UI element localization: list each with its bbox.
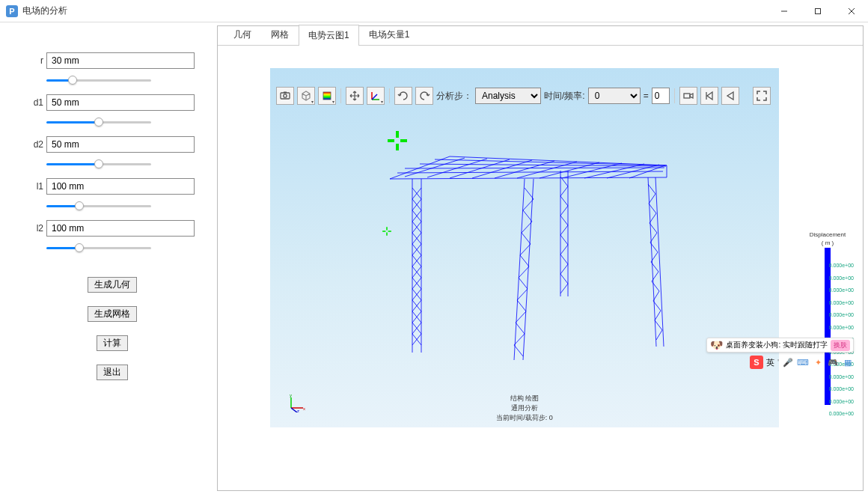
compute-button[interactable]: 计算 <box>97 335 128 351</box>
svg-line-29 <box>514 179 525 360</box>
play-back-icon[interactable] <box>721 87 739 105</box>
skip-start-icon[interactable] <box>700 87 718 105</box>
legend-tick: 0.000e+00 <box>829 284 854 297</box>
window-maximize-button[interactable] <box>801 0 834 22</box>
equals-label: = <box>644 91 649 101</box>
time-freq-select[interactable]: 0 <box>588 88 641 104</box>
pan-icon[interactable] <box>346 87 364 105</box>
svg-line-10 <box>372 94 377 100</box>
generate-mesh-button[interactable]: 生成网格 <box>88 306 137 322</box>
tab-1[interactable]: 网格 <box>261 24 299 45</box>
target-cross-small-icon <box>381 225 393 237</box>
param-label: d2 <box>30 139 46 150</box>
ime-toolbar[interactable]: S 英 ' 🎤 ⌨ ✦ 🎮 ▦ <box>750 354 854 370</box>
param-input-d2[interactable] <box>46 136 195 153</box>
tab-2[interactable]: 电势云图1 <box>299 25 359 46</box>
ime-banner-badge[interactable]: 换肤 <box>831 340 850 351</box>
svg-line-18 <box>540 162 599 178</box>
record-icon[interactable] <box>679 87 697 105</box>
title-bar: P 电场的分析 <box>0 0 868 22</box>
tab-0[interactable]: 几何 <box>224 24 261 45</box>
param-row-r: r <box>30 52 195 69</box>
svg-text:y: y <box>290 393 292 397</box>
svg-rect-1 <box>815 8 820 13</box>
app-icon: P <box>6 5 18 17</box>
svg-point-5 <box>284 94 287 97</box>
parameter-panel: r d1 d2 l1 l2 生成几何 生成网格 计算 退出 <box>0 22 217 494</box>
puzzle-icon[interactable]: ✦ <box>812 356 824 368</box>
param-input-r[interactable] <box>46 52 195 69</box>
svg-text:z: z <box>297 409 299 412</box>
window-close-button[interactable] <box>834 0 868 22</box>
svg-line-47 <box>291 408 297 412</box>
fullscreen-icon[interactable] <box>753 87 771 105</box>
window-minimize-button[interactable] <box>767 0 801 22</box>
viewport-caption: 结构 绘图 通用分析 当前时间/载荷步: 0 <box>496 394 553 423</box>
axes-icon[interactable] <box>367 87 385 105</box>
frame-input[interactable] <box>652 88 670 104</box>
svg-rect-11 <box>684 94 690 98</box>
legend-tick: 0.000e+00 <box>829 396 854 409</box>
content-area: 几何网格电势云图1电场矢量1 分析步： Analysis 时间/频率: 0 = <box>217 25 864 491</box>
svg-line-15 <box>472 160 532 178</box>
analysis-step-select[interactable]: Analysis <box>475 88 541 104</box>
sogou-logo-icon: S <box>750 356 763 369</box>
exit-button[interactable]: 退出 <box>97 365 128 380</box>
window-title: 电场的分析 <box>22 4 67 17</box>
param-row-l2: l2 <box>30 220 195 237</box>
param-slider-d2[interactable] <box>46 162 151 165</box>
param-label: r <box>30 55 46 66</box>
param-slider-l1[interactable] <box>46 204 151 207</box>
target-cross-icon <box>386 129 409 152</box>
screenshot-icon[interactable] <box>276 87 294 105</box>
svg-line-16 <box>495 161 554 178</box>
axis-triad-icon: y x z <box>287 393 306 412</box>
svg-line-23 <box>397 171 663 173</box>
ime-banner[interactable]: 🐶 桌面养变装小狗: 实时跟随打字 换肤 <box>706 338 854 353</box>
legend-tick: 0.000e+00 <box>829 408 854 421</box>
param-row-d2: d2 <box>30 136 195 153</box>
legend-tick: 0.000e+00 <box>829 260 854 272</box>
generate-geometry-button[interactable]: 生成几何 <box>88 277 137 293</box>
param-row-d1: d1 <box>30 94 195 111</box>
param-label: l1 <box>30 181 46 192</box>
svg-rect-7 <box>323 92 331 100</box>
legend-tick: 0.000e+00 <box>829 383 854 396</box>
param-input-l2[interactable] <box>46 220 195 237</box>
svg-line-34 <box>655 177 664 347</box>
svg-rect-6 <box>284 92 287 94</box>
tab-3[interactable]: 电场矢量1 <box>359 24 420 45</box>
legend-tick: 0.000e+00 <box>829 272 854 285</box>
keyboard-icon[interactable]: ⌨ <box>797 356 809 368</box>
param-slider-d1[interactable] <box>46 121 151 124</box>
legend-tick: 0.000e+00 <box>829 371 854 384</box>
wireframe-structure <box>270 68 779 427</box>
param-slider-r[interactable] <box>46 79 151 82</box>
colormap-icon[interactable] <box>318 87 336 105</box>
view-cube-icon[interactable] <box>297 87 315 105</box>
legend-tick: 0.000e+00 <box>829 322 854 335</box>
svg-text:x: x <box>303 406 305 411</box>
param-row-l1: l1 <box>30 178 195 195</box>
game-icon[interactable]: 🎮 <box>827 356 839 368</box>
svg-line-14 <box>450 159 510 178</box>
rotate-ccw-icon[interactable] <box>394 87 412 105</box>
tab-bar: 几何网格电势云图1电场矢量1 <box>218 26 863 46</box>
viewport-3d[interactable]: y x z 结构 绘图 通用分析 当前时间/载荷步: 0 <box>270 68 779 427</box>
analysis-step-label: 分析步： <box>436 90 472 103</box>
param-input-d1[interactable] <box>46 94 195 111</box>
param-label: d1 <box>30 97 46 108</box>
grid-icon[interactable]: ▦ <box>842 356 854 368</box>
mic-icon[interactable]: 🎤 <box>782 356 794 368</box>
param-slider-l2[interactable] <box>46 246 151 249</box>
viewport-toolbar: 分析步： Analysis 时间/频率: 0 = <box>276 86 857 106</box>
color-legend: Displacement ( m ) 0.000e+000.000e+000.0… <box>801 231 854 406</box>
svg-line-30 <box>523 179 534 360</box>
svg-line-12 <box>405 158 465 177</box>
rotate-cw-icon[interactable] <box>415 87 433 105</box>
time-freq-label: 时间/频率: <box>544 90 585 103</box>
param-input-l1[interactable] <box>46 178 195 195</box>
legend-tick: 0.000e+00 <box>829 309 854 322</box>
ime-banner-text: 桌面养变装小狗: 实时跟随打字 <box>726 340 828 350</box>
legend-tick: 0.000e+00 <box>829 297 854 310</box>
